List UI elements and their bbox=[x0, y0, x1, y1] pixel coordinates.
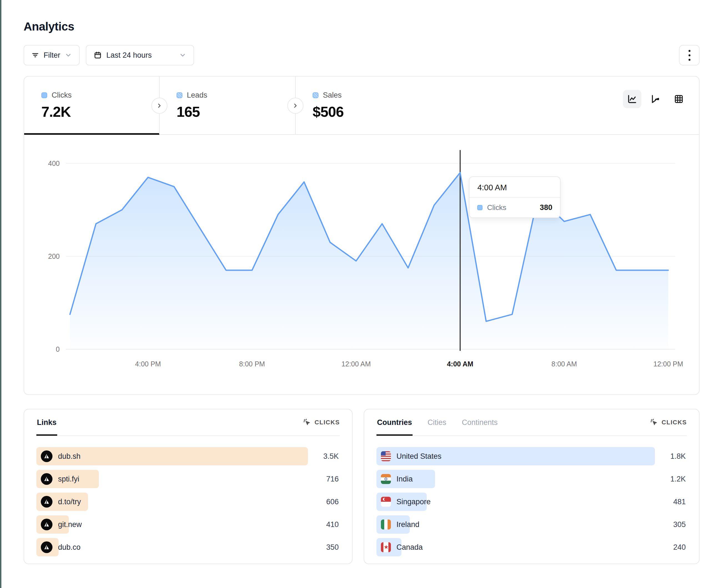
chevron-down-icon bbox=[179, 51, 186, 59]
countries-panel-header: CountriesCitiesContinents CLICKS bbox=[376, 409, 687, 436]
toolbar: Filter Last 24 hours bbox=[24, 45, 699, 65]
stat-tab-value: 7.2K bbox=[41, 104, 159, 120]
leads-legend-swatch bbox=[177, 92, 182, 98]
stat-tabs-row: Clicks7.2KLeads165Sales$506 bbox=[24, 76, 699, 135]
expand-metrics-button[interactable] bbox=[287, 98, 303, 114]
stat-tab-clicks[interactable]: Clicks7.2K bbox=[24, 76, 159, 134]
country-row[interactable]: ★Canada240 bbox=[376, 538, 687, 557]
links-panel: Links CLICKS dub.sh3.5Kspti.fyi716d.to/t… bbox=[24, 409, 352, 564]
country-row[interactable]: Singapore481 bbox=[376, 493, 687, 511]
country-label: India bbox=[396, 475, 413, 483]
country-row[interactable]: Ireland305 bbox=[376, 515, 687, 534]
clicks-area-chart[interactable]: 02004004:00 PM8:00 PM12:00 AM4:00 AM8:00… bbox=[24, 135, 699, 395]
cursor-click-icon bbox=[650, 418, 658, 427]
link-row[interactable]: dub.co350 bbox=[36, 538, 340, 557]
y-axis-tick: 200 bbox=[48, 252, 60, 260]
stat-tab-leads[interactable]: Leads165 bbox=[159, 76, 295, 134]
filter-button-label: Filter bbox=[44, 51, 60, 60]
link-row[interactable]: git.new410 bbox=[36, 515, 340, 534]
link-label: d.to/try bbox=[58, 498, 81, 506]
link-label: spti.fyi bbox=[58, 475, 80, 483]
x-axis-tick: 8:00 PM bbox=[239, 360, 265, 368]
flag-icon-sg bbox=[381, 497, 391, 507]
window-edge-strip bbox=[0, 0, 1, 588]
country-label: Ireland bbox=[396, 520, 419, 529]
country-value: 240 bbox=[673, 543, 686, 552]
link-row[interactable]: spti.fyi716 bbox=[36, 470, 340, 488]
country-row[interactable]: India1.2K bbox=[376, 470, 687, 488]
tooltip-time: 4:00 AM bbox=[470, 177, 560, 198]
page-title: Analytics bbox=[24, 20, 699, 33]
dub-logo-icon bbox=[41, 496, 52, 507]
tab-links[interactable]: Links bbox=[36, 410, 57, 435]
clicks-legend-swatch bbox=[477, 205, 482, 210]
stat-tab-sales[interactable]: Sales$506 bbox=[295, 76, 699, 134]
link-value: 3.5K bbox=[323, 452, 339, 461]
date-range-button[interactable]: Last 24 hours bbox=[86, 45, 194, 65]
country-label: Canada bbox=[396, 543, 423, 552]
cursor-click-icon bbox=[303, 418, 311, 427]
chart-tooltip: 4:00 AM Clicks 380 bbox=[469, 176, 561, 218]
links-metric-selector[interactable]: CLICKS bbox=[303, 418, 340, 427]
clicks-legend-swatch bbox=[41, 92, 47, 98]
country-value: 305 bbox=[673, 520, 686, 529]
filter-button[interactable]: Filter bbox=[24, 45, 80, 65]
x-axis-tick: 4:00 PM bbox=[135, 360, 161, 368]
links-panel-header: Links CLICKS bbox=[36, 409, 340, 436]
country-value: 481 bbox=[673, 498, 686, 506]
countries-rows: United States1.8KIndia1.2KSingapore481Ir… bbox=[376, 436, 687, 557]
dub-logo-icon bbox=[41, 541, 52, 553]
date-range-label: Last 24 hours bbox=[106, 51, 152, 60]
dub-logo-icon bbox=[41, 450, 52, 462]
link-value: 410 bbox=[326, 520, 339, 529]
dub-logo-icon bbox=[41, 473, 52, 485]
countries-metric-selector[interactable]: CLICKS bbox=[650, 418, 687, 427]
flag-icon-ca: ★ bbox=[381, 542, 391, 552]
x-axis-tick: 4:00 AM bbox=[447, 360, 473, 368]
sales-legend-swatch bbox=[313, 92, 319, 98]
dub-logo-icon bbox=[41, 519, 52, 530]
tooltip-value: 380 bbox=[540, 203, 552, 212]
link-row[interactable]: dub.sh3.5K bbox=[36, 447, 340, 466]
y-axis-tick: 0 bbox=[56, 345, 60, 353]
links-rows: dub.sh3.5Kspti.fyi716d.to/try606git.new4… bbox=[36, 436, 340, 557]
calendar-icon bbox=[93, 51, 102, 59]
filter-icon bbox=[31, 51, 39, 59]
links-metric-label: CLICKS bbox=[315, 419, 340, 426]
x-axis-tick: 8:00 AM bbox=[552, 360, 577, 368]
tab-cities[interactable]: Cities bbox=[427, 410, 447, 435]
analytics-page: Analytics Filter Last 24 hours bbox=[24, 0, 699, 564]
countries-panel: CountriesCitiesContinents CLICKS United … bbox=[364, 409, 699, 564]
flag-icon-us bbox=[381, 451, 391, 461]
flag-icon-in bbox=[381, 474, 391, 484]
stat-tab-label: Clicks bbox=[52, 91, 72, 99]
link-value: 350 bbox=[326, 543, 339, 552]
stat-tab-value: 165 bbox=[177, 104, 295, 120]
tab-countries[interactable]: Countries bbox=[376, 410, 413, 435]
tab-continents[interactable]: Continents bbox=[461, 410, 498, 435]
country-label: United States bbox=[396, 452, 441, 461]
y-axis-tick: 400 bbox=[48, 159, 60, 167]
chevron-down-icon bbox=[65, 51, 72, 59]
countries-metric-label: CLICKS bbox=[662, 419, 687, 426]
analytics-card: Clicks7.2KLeads165Sales$506 02004004:00 … bbox=[24, 76, 699, 395]
expand-metrics-button[interactable] bbox=[151, 98, 167, 114]
link-value: 716 bbox=[326, 475, 339, 483]
link-label: dub.co bbox=[58, 543, 81, 552]
link-value: 606 bbox=[326, 498, 339, 506]
link-label: dub.sh bbox=[58, 452, 81, 461]
link-label: git.new bbox=[58, 520, 82, 529]
country-label: Singapore bbox=[396, 498, 431, 506]
x-axis-tick: 12:00 PM bbox=[653, 360, 683, 368]
country-value: 1.8K bbox=[670, 452, 686, 461]
link-row[interactable]: d.to/try606 bbox=[36, 493, 340, 511]
country-value: 1.2K bbox=[670, 475, 686, 483]
stat-tab-value: $506 bbox=[313, 104, 699, 120]
tooltip-series-label: Clicks bbox=[487, 203, 506, 212]
x-axis-tick: 12:00 AM bbox=[342, 360, 371, 368]
flag-icon-ie bbox=[381, 520, 391, 529]
stat-tab-label: Leads bbox=[187, 91, 208, 99]
stat-tab-label: Sales bbox=[323, 91, 342, 99]
country-row[interactable]: United States1.8K bbox=[376, 447, 687, 466]
more-options-button[interactable] bbox=[679, 45, 699, 65]
